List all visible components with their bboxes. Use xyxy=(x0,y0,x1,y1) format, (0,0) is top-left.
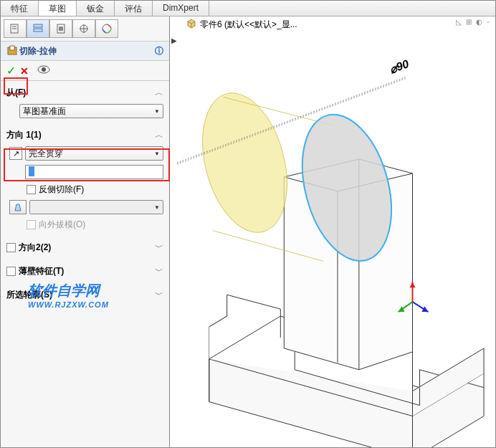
from-section: 从(F) ︿ 草图基准面 ▼ xyxy=(1,81,169,123)
reverse-cut-checkbox[interactable] xyxy=(27,185,36,194)
svg-rect-3 xyxy=(34,24,42,27)
dimxpert-manager-icon[interactable] xyxy=(72,19,95,38)
feature-manager-icon[interactable] xyxy=(4,19,27,38)
expand-icon: ﹀ xyxy=(155,265,163,277)
from-section-header[interactable]: 从(F) ︿ xyxy=(6,84,163,102)
tab-sheetmetal[interactable]: 钣金 xyxy=(77,1,115,16)
direction1-header[interactable]: 方向 1(1) ︿ xyxy=(6,126,163,144)
thin-header[interactable]: 薄壁特征(T) ﹀ xyxy=(6,262,163,280)
ok-button[interactable]: ✓ xyxy=(6,64,16,77)
collapse-icon: ︿ xyxy=(155,87,163,99)
reverse-cut-label: 反侧切除(F) xyxy=(39,184,84,196)
draft-dropdown[interactable]: ▼ xyxy=(29,200,163,214)
tab-feature[interactable]: 特征 xyxy=(1,1,39,16)
draft-icon[interactable] xyxy=(9,200,27,214)
tab-evaluate[interactable]: 评估 xyxy=(115,1,153,16)
direction1-section: 方向 1(1) ︿ ↗ 完全贯穿 ▼ 反侧切除(F) xyxy=(1,123,169,236)
graphics-viewport[interactable]: ▶ 零件6 (默认<<默认>_显... ◺ ⊞ ◐ ▫ xyxy=(170,16,495,447)
config-manager-icon[interactable] xyxy=(49,19,72,38)
part-icon xyxy=(186,18,197,32)
view-icon-4[interactable]: ▫ xyxy=(485,18,491,26)
direction2-checkbox[interactable] xyxy=(6,243,16,252)
chevron-down-icon: ▼ xyxy=(154,108,160,115)
svg-point-14 xyxy=(42,67,46,72)
view-icon-1[interactable]: ◺ xyxy=(454,18,463,26)
watermark: 软件自学网 WWW.RJZXW.COM xyxy=(28,281,109,309)
view-icon-3[interactable]: ◐ xyxy=(474,18,484,26)
end-condition-dropdown[interactable]: 完全贯穿 ▼ xyxy=(25,146,163,161)
flyout-arrow-icon[interactable]: ▶ xyxy=(171,37,177,44)
chevron-down-icon: ▼ xyxy=(154,151,160,157)
tab-dimxpert[interactable]: DimXpert xyxy=(153,1,209,16)
collapse-icon: ︿ xyxy=(155,129,163,141)
chevron-down-icon: ▼ xyxy=(154,204,160,211)
part-name: 零件6 (默认<<默认>_显... xyxy=(200,19,297,31)
viewport-toolbar: ◺ ⊞ ◐ ▫ xyxy=(454,18,491,26)
detailed-preview-icon[interactable] xyxy=(37,65,50,76)
direction-input[interactable] xyxy=(25,165,163,179)
expand-icon: ﹀ xyxy=(155,242,163,254)
draft-outward-label: 向外拔模(O) xyxy=(39,219,85,231)
property-manager-icon[interactable] xyxy=(27,19,49,38)
svg-rect-6 xyxy=(59,27,63,31)
direction2-header[interactable]: 方向2(2) ﹀ xyxy=(6,239,163,257)
view-icon-2[interactable]: ⊞ xyxy=(464,18,473,26)
dimension-label: ⌀90 xyxy=(388,57,411,75)
direction2-section: 方向2(2) ﹀ xyxy=(1,236,169,259)
direction-vector-icon[interactable] xyxy=(9,166,22,178)
thin-checkbox[interactable] xyxy=(6,267,16,276)
feature-header: 切除-拉伸 ⓘ xyxy=(1,42,169,61)
reverse-direction-button[interactable]: ↗ xyxy=(9,147,22,160)
svg-rect-4 xyxy=(34,29,42,32)
expand-icon: ﹀ xyxy=(155,289,163,301)
panel-tab-icons xyxy=(1,16,169,42)
viewport-header: 零件6 (默认<<默认>_显... xyxy=(170,16,495,33)
draft-outward-checkbox[interactable] xyxy=(27,220,36,229)
cut-extrude-icon xyxy=(6,44,19,57)
feature-title: 切除-拉伸 xyxy=(19,45,155,57)
appearance-manager-icon[interactable] xyxy=(95,19,118,38)
property-manager-panel: 切除-拉伸 ⓘ ✓ ✕ 从(F) ︿ 草图基准面 ▼ 方向 xyxy=(1,16,170,447)
help-icon[interactable]: ⓘ xyxy=(155,45,163,57)
model-view: ⌀90 xyxy=(170,33,495,447)
command-manager-tabs: 特征 草图 钣金 评估 DimXpert xyxy=(1,1,495,16)
thin-section: 薄壁特征(T) ﹀ xyxy=(1,259,169,283)
confirm-row: ✓ ✕ xyxy=(1,61,169,81)
cancel-button[interactable]: ✕ xyxy=(20,65,29,77)
svg-rect-12 xyxy=(10,46,14,50)
from-dropdown[interactable]: 草图基准面 ▼ xyxy=(19,104,163,118)
tab-sketch[interactable]: 草图 xyxy=(39,1,77,16)
